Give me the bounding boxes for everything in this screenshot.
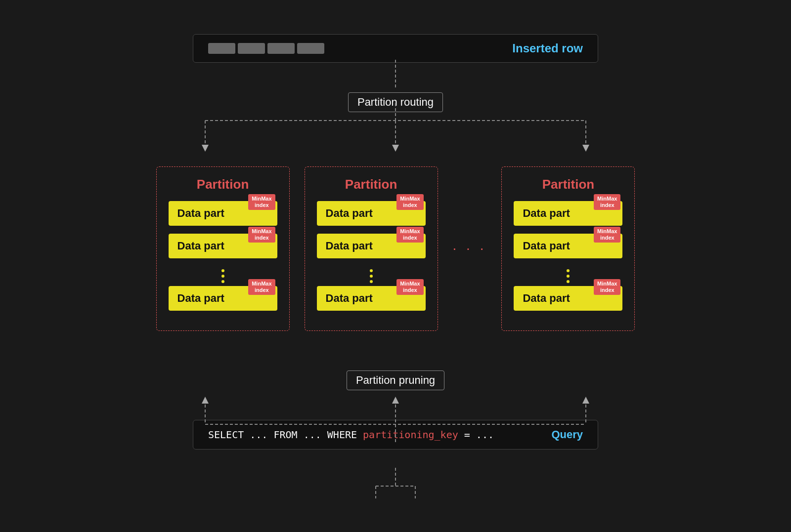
partition-1-title: Partition (169, 177, 277, 192)
dot-2-2 (370, 275, 373, 278)
partition-pruning-section: Partition pruning (99, 370, 692, 390)
minmax-badge-3-2: MinMaxindex (594, 227, 620, 243)
data-part-group-2-1: MinMaxindex Data part (317, 201, 426, 226)
dot-1-2 (221, 275, 224, 278)
segment-1 (208, 43, 235, 54)
partition-3-title: Partition (514, 177, 622, 192)
segment-3 (267, 43, 295, 54)
query-suffix: = ... (458, 429, 494, 441)
data-part-group-2-2: MinMaxindex Data part (317, 234, 426, 258)
data-part-group-3-3: MinMaxindex Data part (514, 286, 622, 311)
svg-marker-8 (582, 145, 589, 152)
svg-marker-4 (202, 145, 209, 152)
minmax-badge-3-1: MinMaxindex (594, 194, 620, 210)
data-part-group-1-1: MinMaxindex Data part (169, 201, 277, 226)
query-prefix: SELECT ... FROM ... WHERE (208, 429, 363, 441)
data-part-group-3-2: MinMaxindex Data part (514, 234, 622, 258)
query-label: Query (551, 428, 583, 441)
dot-2-3 (370, 280, 373, 283)
partition-routing-section: Partition routing (99, 92, 692, 112)
partition-2: Partition MinMaxindex Data part MinMaxin… (305, 166, 438, 331)
partition-2-title: Partition (317, 177, 426, 192)
svg-marker-6 (392, 145, 399, 152)
minmax-badge-2-1: MinMaxindex (396, 194, 423, 210)
data-part-group-3-1: MinMaxindex Data part (514, 201, 622, 226)
ellipsis-middle: · · · (453, 236, 487, 261)
data-part-group-1-3: MinMaxindex Data part (169, 286, 277, 311)
query-section: SELECT ... FROM ... WHERE partitioning_k… (99, 420, 692, 450)
partition-pruning-box: Partition pruning (347, 370, 444, 390)
inserted-row-section: Inserted row (99, 34, 692, 63)
data-part-group-2-3: MinMaxindex Data part (317, 286, 426, 311)
minmax-badge-2-2: MinMaxindex (396, 227, 423, 243)
dot-2-1 (370, 269, 373, 272)
dot-1-1 (221, 269, 224, 272)
segment-group (208, 43, 324, 54)
dot-1-3 (221, 280, 224, 283)
inserted-row-label: Inserted row (512, 41, 583, 55)
partition-3: Partition MinMaxindex Data part MinMaxin… (501, 166, 635, 331)
svg-marker-13 (392, 397, 399, 404)
query-key: partitioning_key (363, 429, 458, 441)
partition-1: Partition MinMaxindex Data part MinMaxin… (156, 166, 290, 331)
partitions-row: Partition MinMaxindex Data part MinMaxin… (156, 166, 635, 331)
partition-routing-box: Partition routing (348, 92, 443, 112)
dot-3-1 (567, 269, 570, 272)
query-box: SELECT ... FROM ... WHERE partitioning_k… (193, 420, 598, 450)
data-part-group-1-2: MinMaxindex Data part (169, 234, 277, 258)
segment-2 (238, 43, 265, 54)
minmax-badge-1-3: MinMaxindex (248, 279, 275, 295)
query-text: SELECT ... FROM ... WHERE partitioning_k… (208, 429, 494, 441)
minmax-badge-1-1: MinMaxindex (248, 194, 275, 210)
minmax-badge-2-3: MinMaxindex (396, 279, 423, 295)
dot-3-2 (567, 275, 570, 278)
minmax-badge-1-2: MinMaxindex (248, 227, 275, 243)
dot-3-3 (567, 280, 570, 283)
segment-4 (297, 43, 324, 54)
minmax-badge-3-3: MinMaxindex (594, 279, 620, 295)
svg-marker-15 (582, 397, 589, 404)
inserted-row-box: Inserted row (193, 34, 598, 63)
diagram-container: Inserted row Partition routing Partition… (99, 24, 692, 508)
svg-marker-11 (202, 397, 209, 404)
